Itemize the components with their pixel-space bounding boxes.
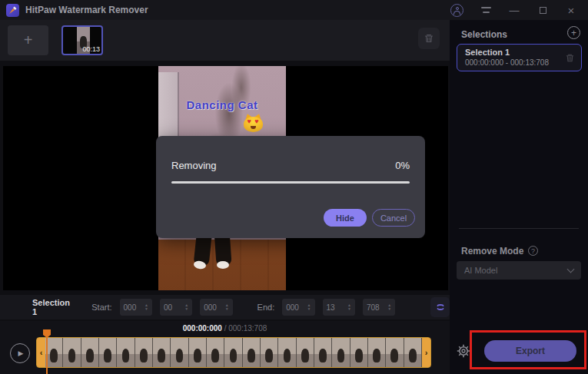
hide-button[interactable]: Hide — [324, 209, 367, 227]
help-icon[interactable]: ? — [528, 246, 538, 256]
video-thumbnail[interactable]: 00:13 — [61, 25, 103, 55]
export-button[interactable]: Export — [484, 340, 576, 362]
filmstrip-frame — [153, 338, 171, 367]
timeline-section: 000:00:000 / 000:13:708 ▶ ‹ › — [0, 321, 450, 374]
add-selection-button[interactable]: + — [567, 26, 580, 39]
end-label: End: — [257, 303, 275, 312]
minimize-button[interactable]: — — [508, 4, 520, 16]
start-seconds-stepper[interactable]: 00 ▲▼ — [160, 299, 192, 316]
media-toolbar: + 00:13 — [0, 20, 450, 61]
stepper-value: 000 — [286, 303, 299, 312]
filmstrip-frame — [207, 338, 224, 367]
cancel-button[interactable]: Cancel — [372, 209, 415, 227]
filmstrip-frame — [368, 338, 386, 367]
stepper-value: 000 — [204, 303, 217, 312]
app-logo-icon — [6, 4, 19, 17]
delete-selection-button[interactable] — [565, 52, 575, 66]
trim-handle-right[interactable]: › — [422, 338, 430, 367]
settings-gear-icon[interactable] — [456, 343, 471, 359]
stepper-arrows[interactable]: ▲▼ — [145, 303, 148, 311]
sidebar: Selections + Selection 1 000:00:000 - 00… — [450, 20, 588, 374]
current-time: 000:00:000 — [183, 324, 222, 333]
filmstrip-frame — [189, 338, 207, 367]
compare-icon[interactable] — [430, 297, 450, 317]
left-panel: + 00:13 Dancing Cat ♥ ♥ — [0, 20, 450, 374]
removing-progress-dialog: Removing 0% Hide Cancel — [156, 136, 425, 238]
filmstrip-frame — [171, 338, 188, 367]
filmstrip-frame — [99, 338, 117, 367]
stepper-arrows[interactable]: ▲▼ — [347, 303, 351, 311]
heart-eyes-cat-emoji-icon: ♥ ♥ — [244, 114, 263, 132]
chevron-down-icon — [567, 266, 575, 273]
selections-title: Selections — [461, 29, 507, 40]
stepper-arrows[interactable]: ▲▼ — [225, 303, 229, 311]
filmstrip-frame — [261, 338, 278, 367]
remove-mode-select[interactable]: AI Model — [457, 261, 581, 280]
filmstrip-frame — [224, 338, 242, 367]
remove-mode-label: Remove Mode — [461, 246, 523, 257]
selection-time-controls: Selection 1 Start: 000 ▲▼ 00 ▲▼ 000 ▲▼ E… — [0, 295, 450, 319]
selection-card[interactable]: Selection 1 000:00:000 - 000:13:708 — [457, 44, 582, 71]
app-title: HitPaw Watermark Remover — [25, 5, 148, 15]
filmstrip-frame — [350, 338, 368, 367]
start-milliseconds-stepper[interactable]: 000 ▲▼ — [200, 299, 232, 316]
filmstrip-frame — [81, 338, 99, 367]
end-milliseconds-stepper[interactable]: 708 ▲▼ — [363, 299, 395, 316]
filmstrip-frame — [278, 338, 296, 367]
selection-name-label: Selection 1 — [32, 298, 75, 316]
progress-percent: 0% — [395, 160, 410, 171]
filmstrip-frames — [45, 338, 422, 367]
time-display: 000:00:000 / 000:13:708 — [0, 324, 450, 333]
maximize-button[interactable] — [537, 4, 549, 16]
stepper-value: 00 — [164, 303, 172, 312]
playhead[interactable] — [46, 329, 48, 374]
window-controls: — × — [450, 4, 582, 17]
menu-icon[interactable] — [480, 4, 492, 16]
watermark-text: Dancing Cat — [158, 98, 286, 111]
stepper-value: 13 — [327, 303, 335, 312]
video-content-bottom — [158, 240, 286, 290]
playhead-flag[interactable] — [43, 329, 51, 335]
stepper-value: 708 — [367, 303, 380, 312]
selection-card-range: 000:00:000 - 000:13:708 — [465, 58, 549, 67]
filmstrip-frame — [314, 338, 332, 367]
total-time: 000:13:708 — [228, 324, 267, 333]
close-button[interactable]: × — [565, 4, 577, 16]
trim-handle-left[interactable]: ‹ — [37, 338, 45, 367]
dialog-title: Removing — [171, 160, 217, 171]
divider — [459, 228, 579, 229]
filmstrip-frame — [45, 338, 63, 367]
mode-selected-value: AI Model — [464, 266, 497, 275]
thumbnail-duration: 00:13 — [82, 45, 100, 53]
filmstrip-frame — [243, 338, 261, 367]
end-minutes-stepper[interactable]: 000 ▲▼ — [282, 299, 314, 316]
filmstrip-frame — [386, 338, 404, 367]
stepper-arrows[interactable]: ▲▼ — [184, 303, 188, 311]
delete-clip-button[interactable] — [418, 28, 440, 49]
selection-card-name: Selection 1 — [465, 48, 510, 57]
cat-paw — [217, 261, 229, 269]
stepper-arrows[interactable]: ▲▼ — [387, 303, 391, 311]
filmstrip-frame — [404, 338, 422, 367]
progress-bar — [171, 181, 410, 184]
filmstrip-frame — [135, 338, 153, 367]
end-seconds-stepper[interactable]: 13 ▲▼ — [323, 299, 355, 316]
play-button[interactable]: ▶ — [10, 343, 30, 363]
add-file-button[interactable]: + — [8, 25, 48, 55]
start-minutes-stepper[interactable]: 000 ▲▼ — [120, 299, 152, 316]
filmstrip-frame — [117, 338, 135, 367]
titlebar: HitPaw Watermark Remover — × — [0, 0, 588, 20]
stepper-arrows[interactable]: ▲▼ — [307, 303, 311, 311]
filmstrip-frame — [332, 338, 350, 367]
stepper-value: 000 — [124, 303, 137, 312]
app-window: HitPaw Watermark Remover — × + 00:13 — [0, 0, 588, 374]
start-label: Start: — [91, 303, 111, 312]
filmstrip-frame — [297, 338, 314, 367]
filmstrip-frame — [63, 338, 81, 367]
timeline-filmstrip[interactable]: ‹ › — [36, 337, 431, 368]
account-icon[interactable] — [450, 4, 463, 17]
